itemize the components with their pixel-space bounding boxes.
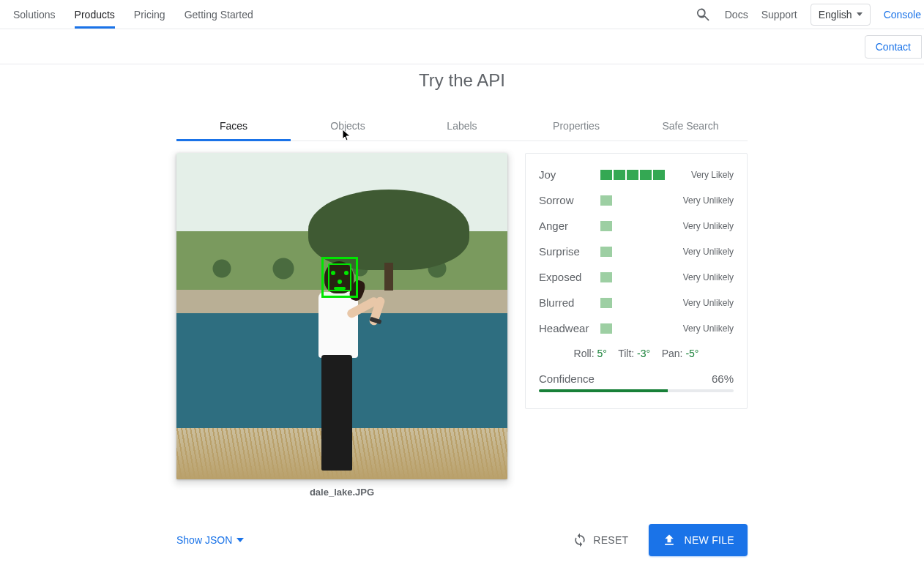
likelihood-bar (600, 221, 666, 231)
attribute-row: HeadwearVery Unlikely (539, 322, 734, 334)
tab-objects[interactable]: Objects (291, 111, 405, 140)
docs-link[interactable]: Docs (725, 9, 748, 20)
nav-products[interactable]: Products (75, 0, 115, 29)
analyzed-image (176, 153, 507, 479)
attribute-row: JoyVery Likely (539, 168, 734, 181)
actions-row: Show JSON RESET NEW FILE (176, 524, 748, 556)
new-file-button[interactable]: NEW FILE (649, 524, 748, 556)
likelihood-bar (600, 272, 666, 282)
nav-getting-started[interactable]: Getting Started (185, 0, 253, 29)
attribute-label: Exposed (539, 271, 595, 283)
console-link[interactable]: Console (884, 9, 921, 20)
nav-solutions[interactable]: Solutions (13, 0, 56, 29)
result-tabs: Faces Objects Labels Properties Safe Sea… (176, 111, 748, 141)
pan-label: Pan: (662, 348, 683, 359)
reset-button[interactable]: RESET (573, 533, 628, 547)
attribute-label: Anger (539, 220, 595, 232)
attribute-row: ExposedVery Unlikely (539, 271, 734, 283)
attribute-row: AngerVery Unlikely (539, 220, 734, 232)
likelihood-text: Very Unlikely (672, 195, 734, 206)
likelihood-text: Very Unlikely (672, 221, 734, 231)
likelihood-text: Very Unlikely (672, 298, 734, 308)
top-bar: Solutions Products Pricing Getting Start… (0, 0, 924, 29)
likelihood-bar (600, 170, 666, 180)
tab-labels[interactable]: Labels (405, 111, 519, 140)
attribute-label: Headwear (539, 322, 595, 334)
face-detection-box (321, 257, 358, 298)
new-file-label: NEW FILE (684, 534, 734, 546)
likelihood-bar (600, 323, 666, 334)
likelihood-text: Very Unlikely (672, 272, 734, 282)
roll-value: 5° (597, 348, 606, 359)
pan-value: -5° (685, 348, 698, 359)
attribute-label: Blurred (539, 296, 595, 309)
attribute-row: BlurredVery Unlikely (539, 296, 734, 309)
chevron-down-icon (236, 538, 244, 542)
caret-down-icon (857, 12, 862, 16)
language-selector[interactable]: English (811, 4, 871, 26)
contact-sales-button[interactable]: Contact (865, 35, 922, 59)
attribute-label: Joy (539, 168, 595, 181)
roll-label: Roll: (574, 348, 595, 359)
likelihood-bar (600, 247, 666, 257)
language-label: English (819, 9, 852, 20)
primary-nav: Solutions Products Pricing Getting Start… (13, 0, 253, 29)
top-right: Docs Support English Console (694, 0, 924, 29)
attribute-label: Surprise (539, 245, 595, 258)
page-title: Try the API (80, 70, 844, 91)
pose-readout: Roll: 5° Tilt: -3° Pan: -5° (539, 348, 734, 359)
confidence-bar (539, 389, 734, 392)
show-json-label: Show JSON (176, 534, 232, 546)
support-link[interactable]: Support (761, 9, 797, 20)
likelihood-bar (600, 195, 666, 206)
tab-properties[interactable]: Properties (519, 111, 633, 140)
tab-safe-search[interactable]: Safe Search (633, 111, 748, 140)
tab-faces[interactable]: Faces (176, 111, 291, 140)
tilt-value: -3° (637, 348, 650, 359)
attribute-row: SorrowVery Unlikely (539, 194, 734, 206)
image-filename: dale_lake.JPG (310, 487, 374, 498)
attribute-row: SurpriseVery Unlikely (539, 245, 734, 258)
likelihood-text: Very Likely (672, 170, 734, 180)
likelihood-text: Very Unlikely (672, 247, 734, 257)
image-column: dale_lake.JPG (176, 153, 507, 498)
confidence-label: Confidence (539, 372, 595, 385)
likelihood-bar (600, 298, 666, 308)
upload-icon (662, 533, 677, 547)
search-icon[interactable] (694, 6, 712, 23)
nav-pricing[interactable]: Pricing (134, 0, 165, 29)
attribute-label: Sorrow (539, 194, 595, 206)
secondary-bar: Contact (0, 29, 924, 64)
reset-label: RESET (593, 534, 628, 546)
face-attributes-card: JoyVery LikelySorrowVery UnlikelyAngerVe… (525, 153, 748, 409)
reset-icon (573, 533, 587, 547)
confidence-value: 66% (712, 372, 734, 385)
results-panel: dale_lake.JPG JoyVery LikelySorrowVery U… (176, 153, 748, 498)
tab-objects-label: Objects (330, 120, 365, 132)
show-json-toggle[interactable]: Show JSON (176, 534, 244, 546)
tilt-label: Tilt: (618, 348, 634, 359)
likelihood-text: Very Unlikely (672, 323, 734, 334)
